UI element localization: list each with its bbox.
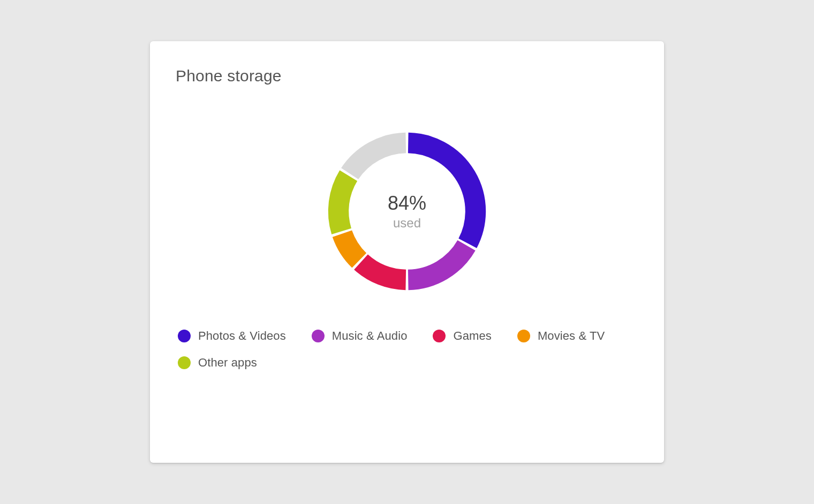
storage-card: Phone storage 84% used Photos & VideosMu…	[150, 41, 664, 463]
legend-label: Movies & TV	[538, 329, 605, 343]
legend-item: Other apps	[178, 356, 257, 370]
legend-swatch	[433, 330, 446, 342]
donut-segment	[338, 175, 349, 231]
legend-swatch	[178, 356, 191, 369]
legend-item: Games	[433, 329, 491, 343]
legend-label: Games	[453, 329, 491, 343]
donut-chart: 84% used	[321, 126, 493, 297]
chart-area: 84% used	[176, 94, 638, 329]
donut-percent: 84%	[388, 192, 426, 215]
donut-segment	[408, 246, 466, 280]
legend-item: Movies & TV	[517, 329, 605, 343]
donut-center: 84% used	[388, 192, 426, 231]
legend-label: Music & Audio	[332, 329, 408, 343]
legend-swatch	[178, 330, 191, 342]
donut-segment	[342, 234, 359, 261]
legend-item: Music & Audio	[312, 329, 408, 343]
donut-segment	[350, 143, 406, 174]
legend-swatch	[517, 330, 530, 342]
legend-label: Other apps	[198, 356, 257, 370]
legend-label: Photos & Videos	[198, 329, 286, 343]
legend-swatch	[312, 330, 325, 342]
donut-segment	[361, 262, 406, 280]
card-title: Phone storage	[176, 67, 638, 85]
donut-sublabel: used	[388, 216, 426, 231]
legend-item: Photos & Videos	[178, 329, 286, 343]
legend: Photos & VideosMusic & AudioGamesMovies …	[176, 329, 638, 370]
